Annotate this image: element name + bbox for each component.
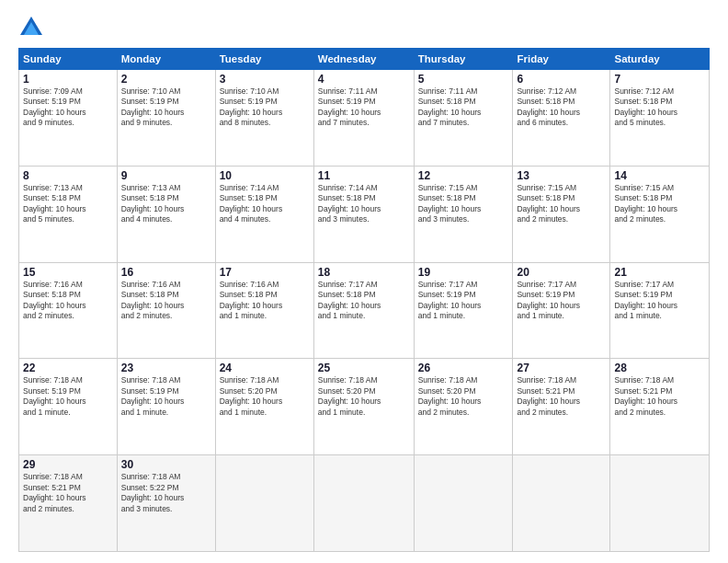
day-info: Sunrise: 7:10 AM Sunset: 5:19 PM Dayligh… <box>121 86 211 129</box>
day-number: 5 <box>418 73 509 86</box>
logo-icon <box>18 15 44 40</box>
calendar-cell <box>215 455 313 552</box>
calendar-week-row: 8Sunrise: 7:13 AM Sunset: 5:18 PM Daylig… <box>19 166 710 262</box>
day-number: 23 <box>121 362 211 374</box>
calendar-cell: 5Sunrise: 7:11 AM Sunset: 5:18 PM Daylig… <box>414 70 513 167</box>
calendar-cell: 20Sunrise: 7:17 AM Sunset: 5:19 PM Dayli… <box>513 262 610 359</box>
calendar-cell: 7Sunrise: 7:12 AM Sunset: 5:18 PM Daylig… <box>610 70 710 167</box>
calendar-cell: 13Sunrise: 7:15 AM Sunset: 5:18 PM Dayli… <box>513 166 610 262</box>
day-info: Sunrise: 7:17 AM Sunset: 5:18 PM Dayligh… <box>318 280 410 322</box>
day-number: 10 <box>220 169 310 182</box>
weekday-header-row: SundayMondayTuesdayWednesdayThursdayFrid… <box>19 49 710 70</box>
day-number: 11 <box>318 169 410 182</box>
day-number: 28 <box>614 362 705 374</box>
weekday-header: Saturday <box>610 49 710 70</box>
day-info: Sunrise: 7:17 AM Sunset: 5:19 PM Dayligh… <box>418 280 509 322</box>
calendar-table: SundayMondayTuesdayWednesdayThursdayFrid… <box>18 48 710 552</box>
calendar-week-row: 1Sunrise: 7:09 AM Sunset: 5:19 PM Daylig… <box>19 70 710 167</box>
weekday-header: Wednesday <box>313 49 414 70</box>
calendar-cell: 11Sunrise: 7:14 AM Sunset: 5:18 PM Dayli… <box>313 166 414 262</box>
calendar-cell <box>513 455 610 552</box>
calendar-cell <box>313 455 414 552</box>
calendar-cell: 23Sunrise: 7:18 AM Sunset: 5:19 PM Dayli… <box>117 359 215 455</box>
day-number: 18 <box>318 266 410 279</box>
day-info: Sunrise: 7:11 AM Sunset: 5:19 PM Dayligh… <box>318 86 410 129</box>
calendar-cell <box>610 455 710 552</box>
calendar-cell: 17Sunrise: 7:16 AM Sunset: 5:18 PM Dayli… <box>215 262 313 359</box>
day-info: Sunrise: 7:18 AM Sunset: 5:19 PM Dayligh… <box>23 375 113 418</box>
day-number: 19 <box>418 266 509 279</box>
day-info: Sunrise: 7:18 AM Sunset: 5:20 PM Dayligh… <box>220 375 310 418</box>
day-info: Sunrise: 7:17 AM Sunset: 5:19 PM Dayligh… <box>517 280 606 322</box>
day-info: Sunrise: 7:16 AM Sunset: 5:18 PM Dayligh… <box>23 280 113 322</box>
calendar-week-row: 15Sunrise: 7:16 AM Sunset: 5:18 PM Dayli… <box>19 262 710 359</box>
day-info: Sunrise: 7:18 AM Sunset: 5:20 PM Dayligh… <box>418 375 509 418</box>
calendar-cell: 3Sunrise: 7:10 AM Sunset: 5:19 PM Daylig… <box>215 70 313 167</box>
day-number: 26 <box>418 362 509 374</box>
day-info: Sunrise: 7:12 AM Sunset: 5:18 PM Dayligh… <box>517 86 606 129</box>
calendar-cell: 29Sunrise: 7:18 AM Sunset: 5:21 PM Dayli… <box>19 455 118 552</box>
calendar-cell: 28Sunrise: 7:18 AM Sunset: 5:21 PM Dayli… <box>610 359 710 455</box>
day-number: 17 <box>220 266 310 279</box>
day-info: Sunrise: 7:14 AM Sunset: 5:18 PM Dayligh… <box>220 183 310 225</box>
calendar-cell: 27Sunrise: 7:18 AM Sunset: 5:21 PM Dayli… <box>513 359 610 455</box>
calendar-cell: 30Sunrise: 7:18 AM Sunset: 5:22 PM Dayli… <box>117 455 215 552</box>
day-info: Sunrise: 7:09 AM Sunset: 5:19 PM Dayligh… <box>23 86 113 129</box>
day-info: Sunrise: 7:17 AM Sunset: 5:19 PM Dayligh… <box>614 280 705 322</box>
day-number: 2 <box>121 73 211 86</box>
weekday-header: Thursday <box>414 49 513 70</box>
calendar-cell: 22Sunrise: 7:18 AM Sunset: 5:19 PM Dayli… <box>19 359 118 455</box>
day-number: 9 <box>121 169 211 182</box>
day-info: Sunrise: 7:16 AM Sunset: 5:18 PM Dayligh… <box>121 280 211 322</box>
header <box>18 15 710 40</box>
day-number: 7 <box>614 73 705 86</box>
calendar-cell: 9Sunrise: 7:13 AM Sunset: 5:18 PM Daylig… <box>117 166 215 262</box>
calendar-cell: 14Sunrise: 7:15 AM Sunset: 5:18 PM Dayli… <box>610 166 710 262</box>
calendar-cell: 12Sunrise: 7:15 AM Sunset: 5:18 PM Dayli… <box>414 166 513 262</box>
day-number: 14 <box>614 169 705 182</box>
calendar-week-row: 29Sunrise: 7:18 AM Sunset: 5:21 PM Dayli… <box>19 455 710 552</box>
day-number: 1 <box>23 73 113 86</box>
day-info: Sunrise: 7:10 AM Sunset: 5:19 PM Dayligh… <box>220 86 310 129</box>
weekday-header: Sunday <box>19 49 118 70</box>
day-number: 30 <box>121 458 211 471</box>
day-number: 20 <box>517 266 606 279</box>
day-number: 24 <box>220 362 310 374</box>
day-number: 12 <box>418 169 509 182</box>
day-info: Sunrise: 7:18 AM Sunset: 5:21 PM Dayligh… <box>517 375 606 418</box>
day-info: Sunrise: 7:18 AM Sunset: 5:21 PM Dayligh… <box>23 472 113 514</box>
day-number: 8 <box>23 169 113 182</box>
day-number: 21 <box>614 266 705 279</box>
calendar-cell: 6Sunrise: 7:12 AM Sunset: 5:18 PM Daylig… <box>513 70 610 167</box>
calendar-cell: 10Sunrise: 7:14 AM Sunset: 5:18 PM Dayli… <box>215 166 313 262</box>
day-number: 4 <box>318 73 410 86</box>
day-info: Sunrise: 7:11 AM Sunset: 5:18 PM Dayligh… <box>418 86 509 129</box>
day-number: 25 <box>318 362 410 374</box>
day-number: 3 <box>220 73 310 86</box>
weekday-header: Monday <box>117 49 215 70</box>
calendar-cell: 8Sunrise: 7:13 AM Sunset: 5:18 PM Daylig… <box>19 166 118 262</box>
day-info: Sunrise: 7:15 AM Sunset: 5:18 PM Dayligh… <box>614 183 705 225</box>
calendar-cell: 21Sunrise: 7:17 AM Sunset: 5:19 PM Dayli… <box>610 262 710 359</box>
weekday-header: Tuesday <box>215 49 313 70</box>
weekday-header: Friday <box>513 49 610 70</box>
calendar-cell: 24Sunrise: 7:18 AM Sunset: 5:20 PM Dayli… <box>215 359 313 455</box>
calendar-week-row: 22Sunrise: 7:18 AM Sunset: 5:19 PM Dayli… <box>19 359 710 455</box>
calendar-cell: 1Sunrise: 7:09 AM Sunset: 5:19 PM Daylig… <box>19 70 118 167</box>
day-info: Sunrise: 7:13 AM Sunset: 5:18 PM Dayligh… <box>121 183 211 225</box>
day-info: Sunrise: 7:16 AM Sunset: 5:18 PM Dayligh… <box>220 280 310 322</box>
calendar-cell: 15Sunrise: 7:16 AM Sunset: 5:18 PM Dayli… <box>19 262 118 359</box>
calendar-cell: 2Sunrise: 7:10 AM Sunset: 5:19 PM Daylig… <box>117 70 215 167</box>
day-number: 27 <box>517 362 606 374</box>
day-number: 29 <box>23 458 113 471</box>
day-info: Sunrise: 7:18 AM Sunset: 5:21 PM Dayligh… <box>614 375 705 418</box>
calendar-cell: 19Sunrise: 7:17 AM Sunset: 5:19 PM Dayli… <box>414 262 513 359</box>
day-info: Sunrise: 7:13 AM Sunset: 5:18 PM Dayligh… <box>23 183 113 225</box>
day-info: Sunrise: 7:14 AM Sunset: 5:18 PM Dayligh… <box>318 183 410 225</box>
day-info: Sunrise: 7:15 AM Sunset: 5:18 PM Dayligh… <box>517 183 606 225</box>
logo <box>18 15 48 40</box>
day-number: 6 <box>517 73 606 86</box>
day-info: Sunrise: 7:18 AM Sunset: 5:20 PM Dayligh… <box>318 375 410 418</box>
day-number: 13 <box>517 169 606 182</box>
day-info: Sunrise: 7:15 AM Sunset: 5:18 PM Dayligh… <box>418 183 509 225</box>
